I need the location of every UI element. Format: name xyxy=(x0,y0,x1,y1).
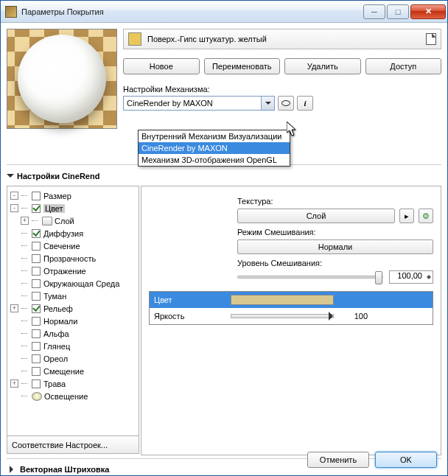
tree-item[interactable]: +Трава xyxy=(9,377,137,390)
brightness-slider-thumb[interactable] xyxy=(329,312,337,321)
tree-checkbox[interactable] xyxy=(32,317,41,326)
tree-checkbox[interactable] xyxy=(32,267,41,276)
app-icon xyxy=(5,6,17,18)
tree-item-label: Туман xyxy=(43,292,66,301)
tree-item[interactable]: Альфа xyxy=(9,327,137,340)
material-name-field[interactable]: Поверх.-Гипс штукатур. желтый xyxy=(123,29,441,49)
tree-checkbox[interactable] xyxy=(32,379,41,388)
engine-dropdown[interactable]: Внутренний Механизм Визуализации CineRen… xyxy=(138,130,290,167)
tree-item-label: Глянец xyxy=(43,342,70,351)
preview-sphere xyxy=(18,35,106,123)
properties-panel: Текстура: Слой ▸ ⚙ Режим Смешивания: Нор… xyxy=(141,186,441,455)
tree-checkbox[interactable] xyxy=(32,242,41,251)
cancel-button[interactable]: Отменить xyxy=(307,452,369,468)
color-row[interactable]: Цвет xyxy=(150,292,433,308)
channel-tree[interactable]: -Размер-Цвет+СлойДиффузияСвечениеПрозрач… xyxy=(7,186,139,436)
slider-thumb[interactable] xyxy=(375,271,382,284)
blend-mode-button[interactable]: Нормали xyxy=(237,239,433,254)
section-title: Настройки CineRend xyxy=(17,172,99,181)
mix-value-input[interactable]: 100,00 xyxy=(389,270,433,284)
new-button[interactable]: Новое xyxy=(123,58,200,74)
chevron-down-icon[interactable] xyxy=(261,97,274,110)
tree-checkbox[interactable] xyxy=(32,354,41,363)
tree-item[interactable]: Глянец xyxy=(9,340,137,352)
tree-checkbox[interactable] xyxy=(32,329,41,338)
tree-item[interactable]: -Размер xyxy=(9,189,137,202)
tree-item-label: Диффузия xyxy=(43,229,83,238)
tree-item[interactable]: Свечение xyxy=(9,239,137,252)
tree-item-label: Освещение xyxy=(44,392,88,401)
tree-item-label: Размер xyxy=(43,192,71,200)
titlebar[interactable]: Параметры Покрытия ─ □ ✕ xyxy=(1,1,447,23)
close-button[interactable]: ✕ xyxy=(410,4,446,19)
document-icon[interactable] xyxy=(426,33,436,45)
blend-label: Режим Смешивания: xyxy=(237,228,433,237)
maximize-button[interactable]: □ xyxy=(387,4,409,19)
tree-checkbox[interactable] xyxy=(32,229,41,238)
tree-expand-icon[interactable]: + xyxy=(10,304,18,312)
engine-label: Настройки Механизма: xyxy=(123,85,441,94)
texture-settings-icon[interactable]: ⚙ xyxy=(419,209,433,223)
tree-item[interactable]: Нормали xyxy=(9,315,137,327)
tree-item-label: Нормали xyxy=(43,317,77,326)
tree-item[interactable]: Смещение xyxy=(9,365,137,377)
tree-expand-icon[interactable]: - xyxy=(10,192,18,200)
delete-button[interactable]: Удалить xyxy=(284,58,361,74)
tree-item-label: Ореол xyxy=(43,354,68,363)
brightness-value: 100 xyxy=(338,312,368,321)
minimize-button[interactable]: ─ xyxy=(363,4,385,19)
brightness-label: Яркость xyxy=(150,312,231,321)
tree-item-label: Отражение xyxy=(43,267,86,276)
tree-item-label: Цвет xyxy=(43,204,65,213)
info-button[interactable]: i xyxy=(297,96,313,111)
engine-option[interactable]: Механизм 3D-отображения OpenGL xyxy=(139,154,290,166)
expand-right-icon xyxy=(10,466,17,473)
rename-button[interactable]: Переименовать xyxy=(204,58,281,74)
tree-item[interactable]: +Рельеф xyxy=(9,302,137,315)
tree-checkbox[interactable] xyxy=(32,279,41,288)
texture-button[interactable]: Слой xyxy=(237,209,395,223)
layer-icon xyxy=(42,217,52,225)
tree-expand-icon[interactable]: - xyxy=(10,204,18,212)
tree-item[interactable]: Туман xyxy=(9,290,137,302)
window-title: Параметры Покрытия xyxy=(21,7,363,16)
access-button[interactable]: Доступ xyxy=(365,58,442,74)
mix-label: Уровень Смешивания: xyxy=(237,259,433,267)
tree-checkbox[interactable] xyxy=(32,342,41,351)
cinerender-section-header[interactable]: Настройки CineRend xyxy=(7,168,441,184)
mix-slider[interactable] xyxy=(237,276,383,279)
engine-option[interactable]: CineRender by MAXON xyxy=(139,142,290,154)
tree-item[interactable]: +Слой xyxy=(9,214,137,227)
match-settings-button[interactable]: Соответствие Настроек... xyxy=(7,436,139,454)
tree-item[interactable]: Прозрачность xyxy=(9,252,137,265)
dialog-window: Параметры Покрытия ─ □ ✕ Поверх.-Гипс шт… xyxy=(0,0,448,476)
tree-item-label: Трава xyxy=(43,379,66,388)
tree-checkbox[interactable] xyxy=(32,304,41,313)
tree-item-label: Прозрачность xyxy=(43,254,96,263)
tree-item[interactable]: Отражение xyxy=(9,265,137,277)
brightness-slider[interactable] xyxy=(231,314,334,318)
section-title: Векторная Штриховка xyxy=(20,465,109,474)
tree-item-label: Свечение xyxy=(43,242,80,251)
texture-browse-icon[interactable]: ▸ xyxy=(399,209,414,223)
tree-expand-icon[interactable]: + xyxy=(21,217,29,225)
tree-checkbox[interactable] xyxy=(32,367,41,376)
tree-checkbox[interactable] xyxy=(32,254,41,263)
tree-expand-icon[interactable]: + xyxy=(10,379,18,388)
tree-item[interactable]: Диффузия xyxy=(9,227,137,239)
tree-checkbox[interactable] xyxy=(32,204,41,213)
color-swatch-bar[interactable] xyxy=(231,295,334,305)
tree-item[interactable]: Освещение xyxy=(9,390,137,402)
tree-checkbox[interactable] xyxy=(32,192,41,200)
engine-combobox[interactable]: CineRender by MAXON xyxy=(123,96,275,111)
tree-item[interactable]: -Цвет xyxy=(9,202,137,214)
preview-eye-button[interactable] xyxy=(278,96,294,111)
tree-item[interactable]: Окружающая Среда xyxy=(9,277,137,290)
engine-option[interactable]: Внутренний Механизм Визуализации xyxy=(139,130,290,142)
brightness-row[interactable]: Яркость 100 xyxy=(150,308,433,324)
tree-item[interactable]: Ореол xyxy=(9,352,137,365)
tree-item-label: Слой xyxy=(55,217,74,225)
tree-checkbox[interactable] xyxy=(32,292,41,301)
material-preview xyxy=(7,29,117,129)
ok-button[interactable]: OK xyxy=(375,452,437,468)
